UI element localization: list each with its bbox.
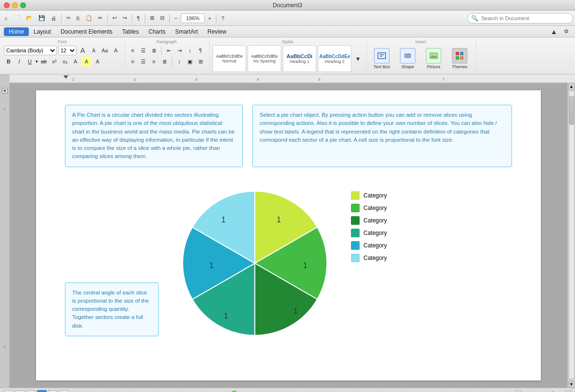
callout-3: The central angle of each slice is propo… xyxy=(65,282,159,336)
pie-chart[interactable]: 1 1 1 1 1 xyxy=(168,177,341,350)
shading-btn[interactable]: ▣ xyxy=(185,57,195,66)
bold-btn[interactable]: B xyxy=(4,57,13,66)
scroll-thumb[interactable] xyxy=(569,96,574,125)
cut-btn[interactable]: ✂ xyxy=(64,12,73,24)
multilevel-btn[interactable]: ≣ xyxy=(149,46,159,55)
format-brush-btn[interactable]: ✏ xyxy=(96,12,105,24)
decrease-indent-btn[interactable]: ⇤ xyxy=(164,46,174,55)
ribbon-options-btn[interactable]: ⚙ xyxy=(562,26,571,37)
home-toolbar-btn[interactable]: ⌂ xyxy=(2,12,10,24)
style-nospacing[interactable]: AaBbCcDdEe No Spacing xyxy=(248,45,281,72)
save-btn[interactable]: 💾 xyxy=(36,12,48,24)
zoom-plus-btn[interactable]: + xyxy=(564,391,571,392)
redo-btn[interactable]: ↪ xyxy=(120,12,129,24)
font-color-btn[interactable]: A xyxy=(71,57,80,66)
doc-marker[interactable]: ⊕ xyxy=(2,88,8,94)
legend-label-1: Category xyxy=(363,192,387,199)
maximize-button[interactable] xyxy=(20,2,26,8)
menu-smartart[interactable]: SmartArt xyxy=(170,27,202,36)
search-input[interactable] xyxy=(467,13,573,24)
view-btn[interactable]: ⊞ xyxy=(148,12,157,24)
copy-btn[interactable]: ⎘ xyxy=(74,12,82,24)
status-icon-5[interactable]: ☰ xyxy=(48,390,58,392)
justify-btn[interactable]: ≣ xyxy=(160,57,169,66)
line-spacing-btn[interactable]: ↕ xyxy=(175,57,184,66)
font-clear-btn[interactable]: A xyxy=(111,46,121,55)
bullets-btn[interactable]: ≡ xyxy=(128,46,138,55)
menu-review[interactable]: Review xyxy=(202,27,231,36)
print-btn[interactable]: 🖨 xyxy=(49,12,59,24)
ribbon-expand-btn[interactable]: ▲ xyxy=(548,26,560,37)
menu-layout[interactable]: Layout xyxy=(29,27,56,36)
underline-btn[interactable]: U xyxy=(25,57,35,66)
legend-color-2 xyxy=(351,204,360,212)
status-icon-1[interactable]: ≡ xyxy=(4,390,13,392)
main-area: ⊕ 2 3 A Pie Chart is a circular chart di… xyxy=(0,83,575,388)
menu-tables[interactable]: Tables xyxy=(117,27,144,36)
zoom-in-btn[interactable]: + xyxy=(206,12,213,24)
text-effect-btn[interactable]: A xyxy=(93,57,102,66)
shape-insert-btn[interactable]: Shape xyxy=(396,45,420,72)
font-family-select[interactable]: Cambria (Body) xyxy=(4,46,57,55)
open-btn[interactable]: 📂 xyxy=(24,12,35,24)
align-right-btn[interactable]: ≡ xyxy=(149,57,159,66)
menu-document-elements[interactable]: Document Elements xyxy=(56,27,117,36)
sort-btn[interactable]: ↕ xyxy=(185,46,195,55)
align-center-btn[interactable]: ☰ xyxy=(138,57,148,66)
borders-btn[interactable]: ⊞ xyxy=(196,57,205,66)
increase-indent-btn[interactable]: ⇥ xyxy=(175,46,184,55)
scroll-down-btn[interactable]: ▼ xyxy=(568,381,575,388)
help-btn[interactable]: ? xyxy=(219,12,226,24)
slice-label-1: 1 xyxy=(277,216,281,224)
themes-insert-btn[interactable]: Themes xyxy=(448,45,472,72)
status-icon-6[interactable]: ⊟ xyxy=(59,390,69,392)
paste-btn[interactable]: 📋 xyxy=(83,12,95,24)
subscript-btn[interactable]: x₂ xyxy=(60,57,70,66)
document-page: A Pie Chart is a circular chart divided … xyxy=(36,90,541,380)
callout-2: Select a pie chart object. By pressing a… xyxy=(252,105,512,167)
right-scrollbar[interactable]: ▲ ▼ xyxy=(567,83,575,388)
status-icon-4[interactable]: ▣ xyxy=(37,390,47,392)
doc-scroll-area[interactable]: A Pie Chart is a circular chart divided … xyxy=(10,83,567,388)
superscript-btn[interactable]: x² xyxy=(50,57,59,66)
layout-btn[interactable]: ⊟ xyxy=(158,12,167,24)
scroll-track[interactable] xyxy=(569,91,575,379)
undo-btn[interactable]: ↩ xyxy=(110,12,119,24)
font-shrink-btn[interactable]: A xyxy=(89,46,99,55)
font-case-btn[interactable]: Aa xyxy=(100,46,110,55)
style-heading1[interactable]: AaBbCcDi Heading 1 xyxy=(283,45,316,72)
legend-item-2: Category xyxy=(351,204,387,212)
highlight-btn[interactable]: A xyxy=(81,57,92,66)
sep6 xyxy=(216,14,216,23)
svg-point-18 xyxy=(231,391,237,392)
minimize-button[interactable] xyxy=(12,2,18,8)
strikethrough-btn[interactable]: ab xyxy=(39,57,49,66)
zoom-minus-btn[interactable]: − xyxy=(514,391,521,392)
pie-chart-container[interactable]: 1 1 1 1 1 xyxy=(168,177,341,351)
window-controls[interactable] xyxy=(4,2,26,8)
italic-btn[interactable]: I xyxy=(14,57,24,66)
picture-insert-btn[interactable]: Picture xyxy=(422,45,446,72)
align-left-btn[interactable]: ≡ xyxy=(128,57,138,66)
slice-label-6: 1 xyxy=(222,216,226,224)
pilcrow2-btn[interactable]: ¶ xyxy=(196,46,205,55)
font-size-select[interactable]: 12 xyxy=(58,46,76,55)
pilcrow-btn[interactable]: ¶ xyxy=(135,12,142,24)
status-icon-track[interactable] xyxy=(230,390,238,392)
style-heading2[interactable]: AaBbCcDdEe Heading 2 xyxy=(318,45,351,72)
textbox-insert-btn[interactable]: Text Box xyxy=(370,45,394,72)
scroll-up-btn[interactable]: ▲ xyxy=(568,83,575,90)
status-icon-3[interactable]: ⊞ xyxy=(26,390,36,392)
new-btn[interactable]: 📄 xyxy=(11,12,23,24)
numbering-btn[interactable]: ☰ xyxy=(138,46,148,55)
menu-home[interactable]: Home xyxy=(4,27,29,36)
zoom-out-btn[interactable]: − xyxy=(172,12,180,24)
font-grow-btn[interactable]: A xyxy=(78,46,88,55)
status-icons: ≡ ☰ ⊞ ▣ ☰ ⊟ xyxy=(4,390,69,392)
close-button[interactable] xyxy=(4,2,10,8)
status-icon-2[interactable]: ☰ xyxy=(15,390,25,392)
svg-text:7: 7 xyxy=(442,77,445,82)
menu-charts[interactable]: Charts xyxy=(144,27,170,36)
styles-more-btn[interactable]: ▾ xyxy=(353,54,362,63)
style-normal[interactable]: AaBbCcDdEe Normal xyxy=(212,45,246,72)
